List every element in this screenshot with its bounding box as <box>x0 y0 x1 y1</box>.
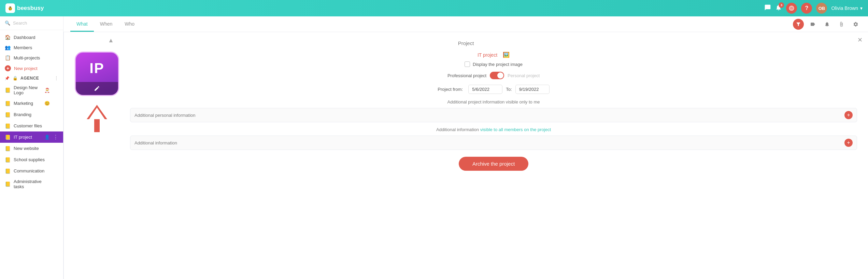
sidebar-label-marketing: Marketing <box>14 101 41 106</box>
sidebar-label-design-new-logo: Design New Logo <box>14 85 41 95</box>
project-name-link[interactable]: IT project <box>478 52 497 58</box>
sidebar-label-dashboard: Dashboard <box>14 35 58 40</box>
tab-bar: What When Who <box>63 16 868 32</box>
app-logo[interactable]: beesbusy <box>5 3 44 13</box>
sidebar-item-it-project[interactable]: 📒 IT project 👤 ⋮ <box>0 131 63 143</box>
settings-button[interactable] <box>850 19 861 30</box>
collapse-button[interactable]: ▲ <box>108 37 114 44</box>
tab-who[interactable]: Who <box>118 17 141 32</box>
sidebar-item-multi-projects[interactable]: 📋 Multi-projects <box>0 53 63 63</box>
edit-icon-button[interactable] <box>76 82 118 95</box>
panel-title: Project <box>75 40 857 46</box>
pin-icon: 📌 <box>5 76 10 81</box>
svg-point-8 <box>791 8 792 9</box>
sidebar-item-marketing[interactable]: 📒 Marketing 😊 ⋮ <box>0 98 63 109</box>
communication-icon: 📒 <box>5 168 11 174</box>
project-icon-wrapper[interactable]: IP <box>75 52 119 96</box>
sidebar-label-new-project: New project <box>14 66 58 71</box>
shared-info-input[interactable] <box>134 140 842 145</box>
group-icon: 🔒 <box>13 76 18 81</box>
shared-info-add-button[interactable]: + <box>844 139 853 147</box>
design-emoji: 🎅 <box>44 88 50 93</box>
user-name: Olivia Brown <box>831 5 858 11</box>
personal-info-title: Additional project information visible o… <box>130 99 857 104</box>
archive-button[interactable]: Archive the project <box>459 157 528 171</box>
project-panel: ✕ Project IP <box>63 32 868 279</box>
bell-button[interactable] <box>822 19 833 30</box>
project-to-date[interactable] <box>515 85 550 94</box>
personal-info-input[interactable] <box>134 113 842 118</box>
sidebar-item-branding[interactable]: 📒 Branding ⋮ <box>0 109 63 120</box>
group-label-agence: AGENCE <box>20 76 39 81</box>
project-icon-area: IP <box>75 52 119 136</box>
tab-when[interactable]: When <box>94 17 119 32</box>
sidebar-item-customer-files[interactable]: 📒 Customer files ⋮ <box>0 120 63 131</box>
new-website-icon: 📒 <box>5 146 11 151</box>
marketing-emoji: 😊 <box>44 101 50 106</box>
it-project-icon: 📒 <box>5 135 11 140</box>
display-image-label: Display the project image <box>473 62 523 67</box>
navbar-left: beesbusy <box>5 3 44 13</box>
sidebar-nav: 🏠 Dashboard 👥 Members 📋 Multi-projects +… <box>0 30 63 279</box>
shared-info-text: Additional information visible to all me… <box>436 127 551 132</box>
project-name-row: IT project 🖼️ <box>130 52 857 58</box>
sidebar-label-customer-files: Customer files <box>14 123 50 128</box>
sidebar-label-branding: Branding <box>14 112 50 117</box>
sidebar-item-school-supplies[interactable]: 📒 School supplies ⋮ <box>0 154 63 165</box>
school-supplies-icon: 📒 <box>5 157 11 163</box>
project-from-date[interactable] <box>468 85 502 94</box>
user-menu[interactable]: Olivia Brown ▾ <box>831 5 863 11</box>
label-button[interactable] <box>807 19 818 30</box>
branding-icon: 📒 <box>5 112 11 117</box>
tabs: What When Who <box>70 17 141 31</box>
sidebar-item-new-website[interactable]: 📒 New website ⋮ <box>0 143 63 154</box>
project-from-label: Project from: <box>438 87 465 92</box>
sidebar-item-communication[interactable]: 📒 Communication ⋮ <box>0 165 63 177</box>
personal-info-add-button[interactable]: + <box>844 111 853 119</box>
new-project-icon: + <box>5 65 11 71</box>
members-icon: 👥 <box>5 45 11 50</box>
sidebar: 🔍 Search 🏠 Dashboard 👥 Members 📋 Multi-p… <box>0 16 63 279</box>
close-button[interactable]: ✕ <box>857 36 863 44</box>
sidebar-item-dashboard[interactable]: 🏠 Dashboard <box>0 32 63 42</box>
more-icon[interactable]: ⋮ <box>53 134 58 140</box>
personal-label: Personal project <box>508 73 540 78</box>
notification-bell-icon[interactable]: 3 <box>775 4 782 13</box>
shared-info-row: + <box>130 136 857 150</box>
customer-files-icon: 📒 <box>5 123 11 129</box>
attachment-button[interactable] <box>836 19 847 30</box>
search-icon: 🔍 <box>5 20 10 26</box>
toggle-knob <box>497 72 503 79</box>
to-label: To: <box>506 87 512 92</box>
project-form: IT project 🖼️ Display the project image … <box>130 52 857 171</box>
professional-label: Professional project <box>447 73 486 78</box>
help-icon[interactable]: ? <box>801 3 812 14</box>
sidebar-item-administrative-tasks[interactable]: 📒 Administrative tasks ⋮ <box>0 177 63 192</box>
admin-tasks-icon: 📒 <box>5 181 11 187</box>
filter-button[interactable] <box>793 19 804 30</box>
date-row: Project from: To: <box>130 85 857 94</box>
display-image-checkbox[interactable] <box>465 61 470 67</box>
shared-info-title: Additional information visible to all me… <box>130 127 857 132</box>
search-box[interactable]: 🔍 Search <box>0 16 63 30</box>
bee-icon <box>5 3 15 13</box>
target-icon[interactable] <box>786 3 797 14</box>
sidebar-item-members[interactable]: 👥 Members <box>0 42 63 53</box>
tab-what[interactable]: What <box>70 17 94 32</box>
navbar-right: 3 ? OB Olivia Brown ▾ <box>764 3 863 14</box>
dots-icon: ⋮ <box>54 76 59 81</box>
panel-body: IP <box>75 52 857 171</box>
navbar: beesbusy 3 ? OB Olivia Brown ▾ <box>0 0 868 16</box>
chat-icon[interactable] <box>764 4 771 13</box>
sidebar-item-new-project[interactable]: + New project <box>0 63 63 74</box>
project-image-icon: 🖼️ <box>503 52 510 58</box>
tab-actions <box>793 19 861 30</box>
personal-info-row: + <box>130 108 857 122</box>
sidebar-label-communication: Communication <box>14 168 50 173</box>
avatar[interactable]: OB <box>816 3 827 14</box>
project-type-toggle[interactable] <box>490 72 504 79</box>
sidebar-item-design-new-logo[interactable]: 📒 Design New Logo 🎅 ⋮ <box>0 83 63 98</box>
svg-rect-9 <box>94 118 100 132</box>
marketing-icon: 📒 <box>5 101 11 106</box>
it-emoji: 👤 <box>44 135 50 140</box>
